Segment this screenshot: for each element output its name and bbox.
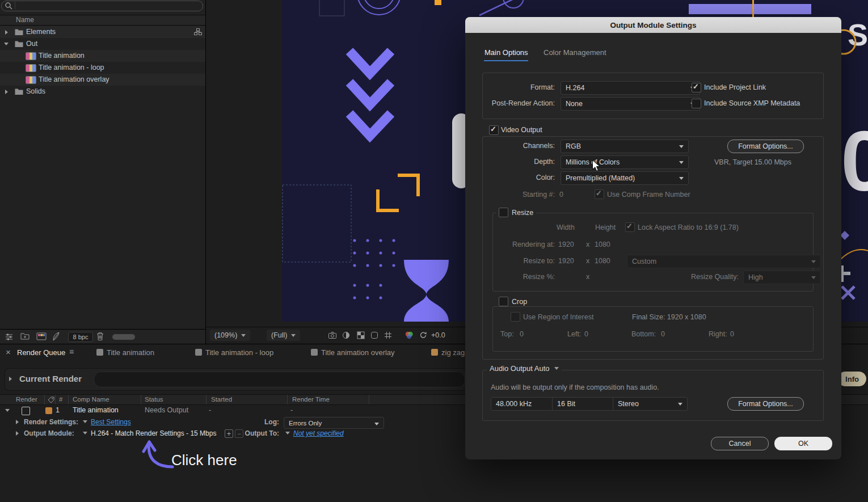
crop-top-label: Top: [500, 330, 514, 338]
expand-chevron-icon[interactable] [16, 420, 19, 424]
artwork-orange-square [435, 0, 441, 5]
col-number[interactable]: # [59, 396, 62, 403]
render-settings-link[interactable]: Best Settings [91, 418, 131, 426]
tab-zig-zag[interactable]: zig zag [441, 348, 465, 357]
channels-select[interactable]: RGB [561, 140, 689, 153]
name-column-header[interactable]: Name [16, 16, 34, 24]
tab-color-icon [431, 349, 438, 356]
transparency-grid-icon[interactable] [356, 331, 365, 340]
output-to-label: Output To: [241, 429, 279, 437]
bitrate-info: VBR, Target 15.00 Mbps [714, 158, 791, 166]
divider [15, 2, 15, 9]
crop-checkbox[interactable] [499, 297, 508, 306]
expand-chevron-icon[interactable] [5, 30, 8, 35]
crop-legend: Crop [496, 297, 530, 306]
tab-render-queue[interactable]: Render Queue [17, 348, 65, 357]
col-render-time[interactable]: Render Time [292, 396, 330, 403]
audio-channels-select[interactable]: Stereo [613, 397, 688, 411]
channels-label: Channels: [470, 142, 555, 150]
row-started: - [209, 406, 211, 414]
tree-item-title-animation-loop[interactable]: Title animation - loop [0, 62, 205, 74]
dialog-titlebar[interactable]: Output Module Settings [465, 17, 841, 33]
show-channel-icon[interactable] [342, 331, 351, 340]
depth-select[interactable]: Millions of Colors [561, 155, 689, 169]
tree-item-solids[interactable]: Solids [0, 86, 205, 98]
height-header: Height [595, 223, 616, 231]
expand-chevron-icon[interactable] [5, 90, 8, 94]
tab-title-animation[interactable]: Title animation [107, 348, 154, 357]
color-value: Premultiplied (Matted) [566, 174, 635, 182]
video-format-options-button[interactable]: Format Options... [727, 140, 804, 153]
crop-bottom-label: Bottom: [631, 330, 656, 338]
cancel-button[interactable]: Cancel [711, 437, 769, 450]
chevron-down-icon[interactable] [285, 432, 290, 434]
search-field[interactable] [1, 1, 203, 11]
output-to-link[interactable]: Not yet specified [293, 429, 344, 437]
current-render-chevron-icon[interactable] [9, 377, 12, 381]
panel-scrollbar[interactable] [112, 334, 135, 340]
col-render[interactable]: Render [16, 396, 37, 403]
audio-output-select[interactable]: Audio Output Auto [487, 364, 562, 373]
crop-right-value: 0 [730, 330, 734, 338]
render-checkbox[interactable] [22, 407, 30, 415]
col-comp-name[interactable]: Comp Name [73, 396, 109, 403]
tree-item-elements[interactable]: Elements [0, 26, 205, 38]
format-select[interactable]: H.264 [561, 81, 700, 95]
artwork-purple-bar [689, 4, 811, 14]
close-panel-icon[interactable]: × [6, 347, 11, 357]
audio-output-value: Audio Output Auto [490, 364, 550, 373]
info-button[interactable]: Info [838, 372, 866, 386]
col-status[interactable]: Status [145, 396, 163, 403]
magnification-select[interactable]: (109%) [210, 330, 250, 341]
chevron-down-icon[interactable] [83, 432, 87, 434]
x-separator: x [586, 273, 589, 281]
grid-guides-icon[interactable] [384, 331, 393, 340]
resize-preset-select: Custom [627, 255, 821, 268]
include-xmp-checkbox[interactable] [692, 99, 701, 108]
crop-bottom-value: 0 [661, 330, 665, 338]
video-output-checkbox[interactable] [489, 125, 499, 135]
bpc-button[interactable]: 8 bpc [68, 332, 93, 342]
new-folder-icon[interactable] [20, 332, 30, 340]
resolution-value: (Full) [271, 331, 287, 339]
panel-menu-icon[interactable]: ≡ [69, 347, 74, 356]
reset-exposure-icon[interactable] [419, 331, 428, 340]
tab-title-animation-loop[interactable]: Title animation - loop [205, 348, 273, 357]
render-settings-label: Render Settings: [24, 418, 78, 426]
active-tab-underline [484, 60, 528, 61]
exposure-value[interactable]: +0.0 [431, 331, 445, 339]
tree-item-label: Title animation [39, 52, 85, 60]
include-project-link-checkbox[interactable] [692, 83, 701, 92]
column-divider [369, 395, 369, 404]
interpret-footage-icon[interactable] [5, 332, 14, 341]
tab-title-animation-overlay[interactable]: Title animation overlay [321, 348, 395, 357]
resolution-select[interactable]: (Full) [267, 330, 300, 341]
color-management-icon[interactable] [404, 331, 414, 340]
color-select[interactable]: Premultiplied (Matted) [561, 171, 689, 185]
tree-item-out[interactable]: Out [0, 38, 205, 50]
add-output-module-icon[interactable]: + [225, 429, 233, 438]
mask-visibility-icon[interactable] [370, 331, 379, 340]
effects-icon[interactable] [52, 332, 60, 341]
tab-main-options[interactable]: Main Options [484, 48, 528, 57]
snapshot-icon[interactable] [328, 331, 337, 340]
audio-format-options-button[interactable]: Format Options... [727, 397, 804, 411]
tab-color-management[interactable]: Color Management [543, 48, 606, 57]
collapse-chevron-icon[interactable] [4, 43, 9, 45]
new-composition-icon[interactable] [36, 332, 47, 340]
ok-button[interactable]: OK [774, 437, 832, 450]
tree-item-title-animation-overlay[interactable]: Title animation overlay [0, 74, 205, 86]
expand-chevron-icon[interactable] [16, 431, 19, 436]
chevron-down-icon[interactable] [83, 420, 87, 423]
row-number: 1 [56, 406, 60, 414]
collapse-chevron-icon[interactable] [5, 409, 10, 412]
delete-icon[interactable] [96, 332, 104, 341]
col-started[interactable]: Started [211, 396, 232, 403]
use-roi-label: Use Region of Interest [523, 313, 593, 321]
lock-aspect-checkbox [625, 222, 635, 232]
post-render-action-select[interactable]: None [561, 97, 700, 111]
resize-checkbox[interactable] [499, 208, 508, 217]
tree-item-title-animation[interactable]: Title animation [0, 50, 205, 62]
color-label-icon[interactable] [45, 407, 52, 414]
search-icon [5, 2, 12, 10]
